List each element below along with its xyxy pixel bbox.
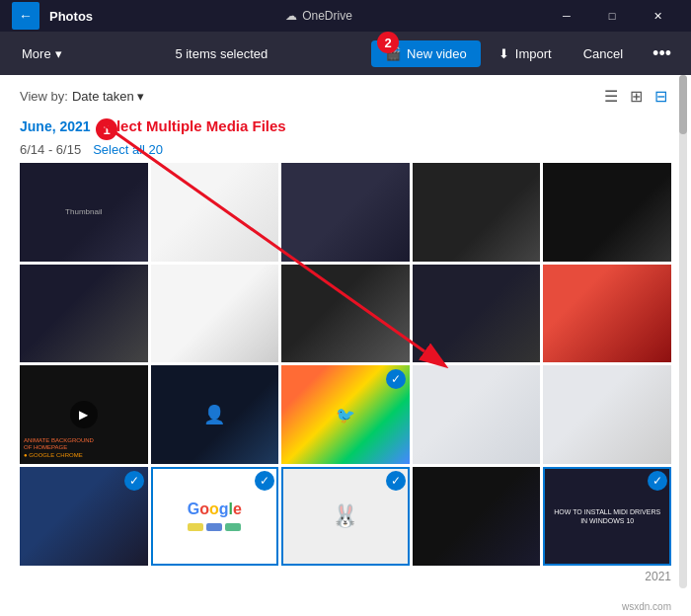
back-icon: ← [19,8,33,24]
viewby-chevron-icon: ▾ [137,89,144,104]
date-range-row: 6/14 - 6/15 Select all 20 [20,142,671,157]
viewby-left: View by: Date taken ▾ [20,89,144,104]
photo-item[interactable] [413,365,541,464]
import-icon: ⬇ [499,46,509,61]
onedrive-label: OneDrive [302,9,352,23]
photo-item[interactable] [151,163,279,262]
view-icons: ☰ ⊞ ⊟ [600,85,671,108]
content-area: View by: Date taken ▾ ☰ ⊞ ⊟ June, 2021 S… [0,75,691,616]
photo-item[interactable] [281,163,410,262]
photo-item[interactable] [543,265,671,363]
minimize-button[interactable]: ─ [545,2,588,30]
photo-item[interactable]: ▶ ANIMATE BACKGROUNDOF HOMEPAGE● GOOGLE … [20,365,148,464]
more-chevron-icon: ▾ [55,46,62,61]
import-button[interactable]: ⬇ Import [485,40,566,67]
photo-item[interactable] [151,265,279,363]
toolbar-actions: 🎬 New video ⬇ Import Cancel ••• [371,39,679,68]
cloud-icon: ☁ [285,9,297,23]
photo-item[interactable] [543,163,671,262]
year-label: 2021 [20,570,671,583]
scrollbar-thumb[interactable] [679,75,687,134]
photo-item[interactable] [413,467,541,566]
more-menu[interactable]: More ▾ [12,40,72,67]
selected-count-label: 5 items selected [72,46,371,61]
viewby-row: View by: Date taken ▾ ☰ ⊞ ⊟ [20,85,671,108]
midi-label: HOW TO INSTALL MIDI DRIVERSIN WINDOWS 10 [554,507,660,525]
title-bar: ← Photos ☁ OneDrive ─ □ ✕ [0,0,691,32]
section-header-row: June, 2021 Select Multiple Media Files [20,116,671,136]
medium-grid-view-button[interactable]: ⊞ [626,85,647,108]
section-month-label: June, 2021 [20,118,91,134]
google-logo: Google [188,500,242,518]
import-label: Import [515,46,552,61]
selected-checkmark: ✓ [386,471,406,491]
photo-item[interactable]: ✓ Google [151,467,279,566]
badge-2: 2 [377,32,399,53]
onedrive-area: ☁ OneDrive [285,9,352,23]
animate-label: ANIMATE BACKGROUNDOF HOMEPAGE● GOOGLE CH… [24,437,94,460]
more-options-button[interactable]: ••• [645,39,679,68]
large-grid-view-button[interactable]: ⊟ [651,85,671,108]
scrollbar[interactable] [679,75,687,588]
annotation-text: Select Multiple Media Files [95,116,290,136]
select-all-link[interactable]: Select all 20 [93,142,163,157]
viewby-option: Date taken [72,89,134,104]
cancel-label: Cancel [583,46,623,61]
new-video-label: New video [407,46,467,61]
photo-row-1: Thumbnail [20,163,671,262]
play-icon: ▶ [70,401,98,428]
more-label: More [22,46,51,61]
photo-row-4: ✓ ✓ Google ✓ 🐰 [20,467,671,566]
cancel-button[interactable]: Cancel [570,40,637,67]
maximize-button[interactable]: □ [590,2,634,30]
list-view-button[interactable]: ☰ [600,85,622,108]
app-title: Photos [49,9,93,24]
date-range-label: 6/14 - 6/15 [20,142,81,157]
photo-row-3: ▶ ANIMATE BACKGROUNDOF HOMEPAGE● GOOGLE … [20,365,671,464]
photo-item[interactable]: ✓ [20,467,148,566]
photo-item[interactable] [281,265,410,363]
toolbar: More ▾ 5 items selected 🎬 New video ⬇ Im… [0,32,691,75]
photo-item[interactable]: Thumbnail [20,163,148,262]
photo-item[interactable]: 👤 [151,365,279,464]
badge-1: 1 [96,118,117,140]
photo-item[interactable] [543,365,671,464]
selected-checkmark: ✓ [648,471,667,491]
viewby-label: View by: [20,89,68,104]
selected-checkmark: ✓ [124,471,144,491]
photo-item[interactable] [413,163,541,262]
watermark: wsxdn.com [622,601,671,612]
viewby-dropdown[interactable]: Date taken ▾ [72,89,144,104]
photo-item[interactable]: ✓ HOW TO INSTALL MIDI DRIVERSIN WINDOWS … [543,467,671,566]
back-button[interactable]: ← [12,2,39,30]
photo-row-2 [20,265,671,363]
photo-item[interactable]: ✓ 🐰 [281,467,410,566]
photo-item[interactable]: ✓ 🐦 [281,365,410,464]
window-controls: ─ □ ✕ [545,2,679,30]
photo-item[interactable] [413,265,541,363]
close-button[interactable]: ✕ [636,2,679,30]
photo-item[interactable] [20,265,148,363]
